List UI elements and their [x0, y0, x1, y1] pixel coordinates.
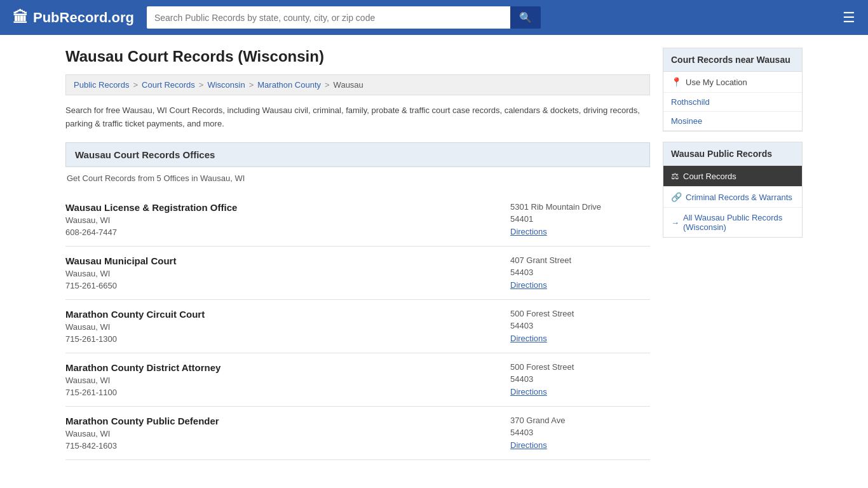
sidebar: Court Records near Wausau 📍 Use My Locat… — [663, 48, 803, 460]
search-button[interactable]: 🔍 — [510, 6, 541, 29]
page-title: Wausau Court Records (Wisconsin) — [65, 48, 650, 65]
office-entry: Wausau Municipal Court Wausau, WI 715-26… — [65, 247, 650, 300]
office-left-3: Marathon County District Attorney Wausau… — [65, 362, 510, 397]
header: 🏛 PubRecord.org 🔍 ☰ — [0, 0, 868, 35]
sidebar-records-section: Wausau Public Records ⚖ Court Records 🔗 … — [663, 142, 803, 238]
directions-link[interactable]: Directions — [510, 280, 547, 290]
search-icon: 🔍 — [519, 12, 532, 23]
breadcrumb-marathon-county[interactable]: Marathon County — [257, 80, 321, 90]
office-right-0: 5301 Rib Mountain Drive 54401 Directions — [510, 202, 650, 236]
section-header: Wausau Court Records Offices — [65, 142, 650, 167]
office-entry: Marathon County Circuit Court Wausau, WI… — [65, 300, 650, 353]
use-location-item[interactable]: 📍 Use My Location — [663, 72, 802, 93]
office-phone: 715-842-1603 — [65, 441, 510, 451]
directions-link[interactable]: Directions — [510, 227, 547, 236]
breadcrumb-sep-2: > — [199, 80, 204, 90]
office-name: Wausau License & Registration Office — [65, 202, 510, 213]
office-city: Wausau, WI — [65, 215, 510, 225]
menu-button[interactable]: ☰ — [843, 10, 855, 26]
office-zip: 54403 — [510, 428, 650, 437]
sidebar-court-records[interactable]: ⚖ Court Records — [663, 166, 802, 187]
office-entry: Wausau License & Registration Office Wau… — [65, 193, 650, 247]
office-right-3: 500 Forest Street 54403 Directions — [510, 362, 650, 396]
directions-link[interactable]: Directions — [510, 334, 547, 343]
search-input[interactable] — [147, 6, 510, 29]
breadcrumb: Public Records > Court Records > Wiscons… — [65, 74, 650, 95]
sidebar-near-section: Court Records near Wausau 📍 Use My Locat… — [663, 48, 803, 132]
use-location-label: Use My Location — [686, 78, 747, 87]
office-left-0: Wausau License & Registration Office Wau… — [65, 202, 510, 237]
office-address: 407 Grant Street — [510, 255, 650, 265]
all-records-link[interactable]: → All Wausau Public Records (Wisconsin) — [663, 208, 802, 237]
office-address: 5301 Rib Mountain Drive — [510, 202, 650, 212]
office-city: Wausau, WI — [65, 322, 510, 332]
breadcrumb-sep-4: > — [325, 80, 330, 90]
office-phone: 608-264-7447 — [65, 227, 510, 237]
sidebar-criminal-records[interactable]: 🔗 Criminal Records & Warrants — [663, 187, 802, 208]
office-entry: Marathon County Public Defender Wausau, … — [65, 407, 650, 460]
office-entry: Marathon County District Attorney Wausau… — [65, 353, 650, 407]
offices-list: Wausau License & Registration Office Wau… — [65, 193, 650, 460]
breadcrumb-sep-3: > — [249, 80, 254, 90]
logo-text: PubRecord.org — [33, 10, 134, 26]
sidebar-records-title: Wausau Public Records — [663, 142, 802, 166]
office-address: 500 Forest Street — [510, 309, 650, 318]
office-name: Marathon County Circuit Court — [65, 309, 510, 320]
office-address: 370 Grand Ave — [510, 416, 650, 425]
search-bar: 🔍 — [147, 6, 541, 29]
office-left-4: Marathon County Public Defender Wausau, … — [65, 416, 510, 451]
office-city: Wausau, WI — [65, 376, 510, 385]
office-name: Marathon County District Attorney — [65, 362, 510, 373]
content-area: Wausau Court Records (Wisconsin) Public … — [65, 48, 650, 460]
scales-icon: ⚖ — [671, 171, 679, 181]
office-name: Wausau Municipal Court — [65, 255, 510, 266]
office-zip: 54403 — [510, 374, 650, 384]
page-description: Search for free Wausau, WI Court Records… — [65, 104, 650, 131]
breadcrumb-sep-1: > — [133, 80, 138, 90]
office-zip: 54403 — [510, 268, 650, 277]
offices-count: Get Court Records from 5 Offices in Waus… — [65, 173, 650, 183]
office-right-1: 407 Grant Street 54403 Directions — [510, 255, 650, 290]
office-city: Wausau, WI — [65, 429, 510, 438]
breadcrumb-court-records[interactable]: Court Records — [142, 80, 195, 90]
office-name: Marathon County Public Defender — [65, 416, 510, 426]
link-icon: 🔗 — [671, 192, 682, 202]
office-address: 500 Forest Street — [510, 362, 650, 372]
directions-link[interactable]: Directions — [510, 387, 547, 396]
logo-icon: 🏛 — [13, 9, 28, 27]
office-right-4: 370 Grand Ave 54403 Directions — [510, 416, 650, 450]
office-left-1: Wausau Municipal Court Wausau, WI 715-26… — [65, 255, 510, 290]
office-right-2: 500 Forest Street 54403 Directions — [510, 309, 650, 343]
breadcrumb-wisconsin[interactable]: Wisconsin — [207, 80, 245, 90]
all-records-label: All Wausau Public Records (Wisconsin) — [683, 213, 794, 232]
directions-link[interactable]: Directions — [510, 440, 547, 450]
breadcrumb-public-records[interactable]: Public Records — [74, 80, 129, 90]
office-phone: 715-261-1300 — [65, 334, 510, 344]
office-zip: 54403 — [510, 321, 650, 330]
office-phone: 715-261-1100 — [65, 388, 510, 397]
nearby-mosinee[interactable]: Mosinee — [663, 112, 802, 131]
location-pin-icon: 📍 — [671, 77, 682, 87]
office-city: Wausau, WI — [65, 269, 510, 278]
criminal-records-label: Criminal Records & Warrants — [686, 193, 792, 202]
office-left-2: Marathon County Circuit Court Wausau, WI… — [65, 309, 510, 344]
nearby-rothschild[interactable]: Rothschild — [663, 93, 802, 112]
office-phone: 715-261-6650 — [65, 281, 510, 290]
hamburger-icon: ☰ — [843, 10, 855, 25]
office-zip: 54401 — [510, 214, 650, 224]
logo[interactable]: 🏛 PubRecord.org — [13, 9, 134, 27]
arrow-icon: → — [671, 218, 679, 227]
breadcrumb-wausau: Wausau — [334, 80, 363, 90]
court-records-label: Court Records — [683, 172, 736, 181]
main-container: Wausau Court Records (Wisconsin) Public … — [53, 35, 815, 473]
sidebar-near-title: Court Records near Wausau — [663, 48, 802, 72]
